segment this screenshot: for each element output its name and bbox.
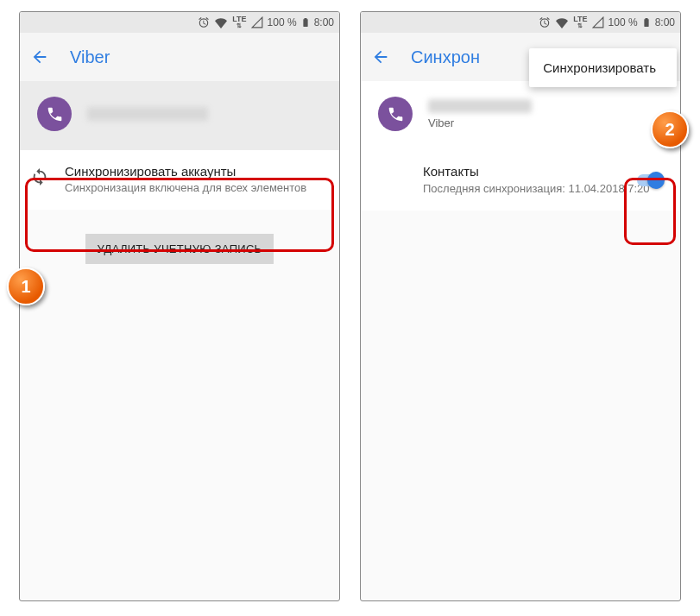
battery-percent: 100 % xyxy=(609,16,638,28)
contacts-subtitle: Последняя синхронизация: 11.04.2018 7:20 xyxy=(423,181,665,197)
battery-icon xyxy=(301,16,310,29)
battery-percent: 100 % xyxy=(268,16,297,28)
battery-icon xyxy=(642,16,651,29)
account-name-redacted xyxy=(428,99,532,113)
account-header xyxy=(20,81,339,150)
delete-account-button[interactable]: УДАЛИТЬ УЧЕТНУЮ ЗАПИСЬ xyxy=(85,234,274,264)
viber-app-icon xyxy=(378,97,413,131)
signal-icon xyxy=(251,16,263,28)
sync-title: Синхронизировать аккаунты xyxy=(65,164,324,179)
signal-icon xyxy=(592,16,604,28)
page-title: Viber xyxy=(70,47,110,67)
lte-icon: LTE⇅ xyxy=(232,16,246,29)
page-title: Синхрон xyxy=(411,47,480,67)
viber-app-icon xyxy=(37,97,72,131)
contacts-sync-item[interactable]: Контакты Последняя синхронизация: 11.04.… xyxy=(361,150,680,211)
contacts-title: Контакты xyxy=(423,164,665,179)
account-name-redacted xyxy=(87,107,208,121)
sync-menu-popup[interactable]: Синхронизировать xyxy=(529,48,677,87)
back-icon[interactable] xyxy=(371,47,390,66)
step-2-badge: 2 xyxy=(651,110,689,148)
clock-text: 8:00 xyxy=(314,16,334,28)
contacts-toggle[interactable] xyxy=(637,174,663,186)
lte-icon: LTE⇅ xyxy=(573,16,587,29)
alarm-icon xyxy=(198,16,210,28)
status-bar: LTE⇅ 100 % 8:00 xyxy=(20,12,339,33)
sync-subtitle: Синхронизация включена для всех элементо… xyxy=(65,180,324,196)
phone-left: LTE⇅ 100 % 8:00 Viber Синхронизировать а… xyxy=(19,11,340,601)
account-header: Viber xyxy=(361,81,680,150)
sync-icon xyxy=(30,167,49,186)
clock-text: 8:00 xyxy=(655,16,675,28)
wifi-icon xyxy=(214,16,228,28)
account-provider: Viber xyxy=(428,116,532,129)
phone-right: LTE⇅ 100 % 8:00 Синхрон Синхронизировать… xyxy=(360,11,681,601)
app-bar: Viber xyxy=(20,33,339,81)
wifi-icon xyxy=(555,16,569,28)
status-bar: LTE⇅ 100 % 8:00 xyxy=(361,12,680,33)
step-1-badge: 1 xyxy=(7,267,45,305)
alarm-icon xyxy=(539,16,551,28)
sync-accounts-item[interactable]: Синхронизировать аккаунты Синхронизация … xyxy=(20,150,339,210)
back-icon[interactable] xyxy=(30,47,49,66)
